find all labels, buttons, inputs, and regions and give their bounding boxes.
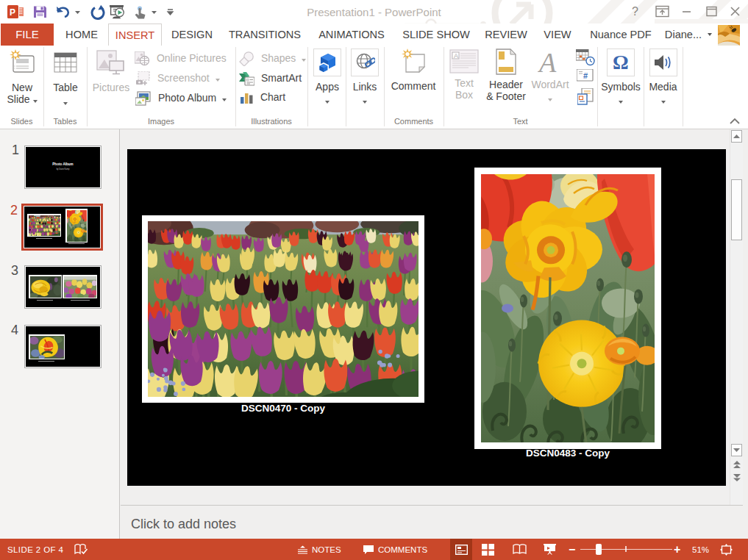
svg-text:A: A [538, 49, 557, 76]
svg-text:Ω: Ω [613, 51, 629, 73]
svg-text:by Diane Kamp: by Diane Kamp [57, 168, 70, 170]
svg-text:P: P [10, 7, 15, 18]
svg-text:A: A [454, 52, 458, 60]
svg-text:#: # [583, 71, 588, 80]
svg-text:?: ? [632, 5, 638, 18]
svg-text:Photo Album: Photo Album [52, 162, 73, 166]
